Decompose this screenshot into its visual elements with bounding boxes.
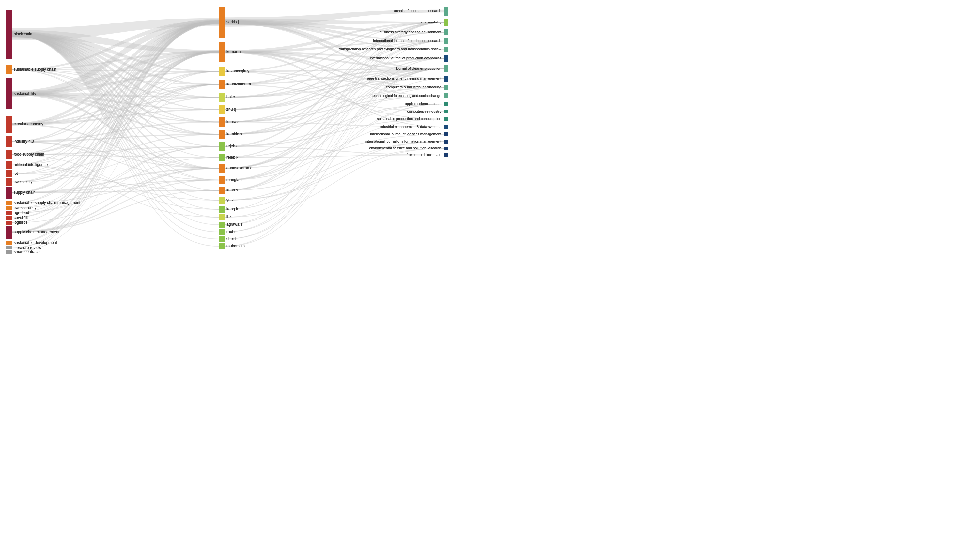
- svg-text:li z: li z: [226, 215, 231, 219]
- svg-text:kumar a: kumar a: [226, 49, 241, 54]
- svg-rect-143: [219, 154, 224, 161]
- svg-text:blockchain: blockchain: [14, 32, 32, 36]
- svg-text:frontiers in blockchain: frontiers in blockchain: [407, 153, 441, 157]
- svg-text:bai c: bai c: [226, 95, 235, 99]
- svg-text:environmental science and poll: environmental science and pollution rese…: [369, 146, 441, 150]
- svg-text:sarkis j: sarkis j: [226, 19, 239, 24]
- svg-text:industrial management & data s: industrial management & data systems: [379, 125, 441, 128]
- svg-rect-138: [219, 93, 224, 102]
- svg-text:kazancoglu y: kazancoglu y: [226, 69, 249, 73]
- svg-rect-152: [219, 236, 224, 242]
- svg-text:rejeb k: rejeb k: [226, 155, 239, 160]
- svg-rect-150: [219, 222, 224, 228]
- svg-text:yu z: yu z: [226, 198, 234, 202]
- svg-text:mangla s: mangla s: [226, 178, 242, 182]
- svg-rect-135: [219, 42, 224, 62]
- svg-rect-121: [6, 162, 12, 169]
- svg-text:traceability: traceability: [14, 179, 32, 184]
- svg-text:international journal of infor: international journal of information man…: [365, 139, 441, 143]
- svg-text:journal of cleaner production: journal of cleaner production: [396, 67, 441, 70]
- svg-rect-118: [6, 116, 12, 133]
- svg-text:zhu q: zhu q: [226, 107, 236, 111]
- svg-rect-117: [6, 78, 12, 109]
- svg-rect-142: [219, 142, 224, 151]
- svg-text:mubarik m: mubarik m: [226, 244, 245, 248]
- svg-rect-160: [444, 65, 449, 72]
- svg-rect-164: [444, 102, 449, 106]
- svg-text:supply chain: supply chain: [14, 190, 36, 195]
- svg-rect-158: [444, 47, 449, 52]
- svg-rect-171: [444, 153, 449, 157]
- svg-rect-166: [444, 117, 449, 121]
- svg-text:computers in industry: computers in industry: [407, 109, 441, 113]
- svg-text:agri-food: agri-food: [14, 210, 29, 215]
- svg-text:iot: iot: [14, 171, 18, 176]
- svg-text:kang k: kang k: [226, 207, 238, 211]
- svg-rect-144: [219, 164, 224, 173]
- svg-text:annals of operations research: annals of operations research: [394, 9, 441, 13]
- svg-text:sustainable development: sustainable development: [14, 240, 57, 245]
- svg-rect-130: [6, 226, 12, 239]
- svg-text:gunasekaran a: gunasekaran a: [226, 166, 253, 170]
- svg-text:kamble s: kamble s: [226, 132, 242, 136]
- svg-rect-153: [219, 243, 224, 249]
- svg-rect-148: [219, 206, 224, 213]
- svg-text:industry 4.0: industry 4.0: [14, 139, 34, 143]
- svg-text:logistics: logistics: [14, 220, 28, 225]
- svg-rect-131: [6, 241, 12, 245]
- sankey-container: blockchainsustainable supply chainsustai…: [0, 0, 490, 272]
- svg-rect-161: [444, 76, 449, 81]
- svg-rect-145: [219, 176, 224, 184]
- svg-rect-123: [6, 178, 12, 186]
- svg-text:sustainable production and con: sustainable production and consumption: [377, 117, 441, 121]
- svg-text:transparency: transparency: [14, 205, 36, 210]
- svg-text:international journal of logis: international journal of logistics manag…: [370, 132, 441, 136]
- svg-text:sustainability: sustainability: [14, 91, 36, 96]
- svg-text:international journal of produ: international journal of production econ…: [370, 56, 442, 60]
- svg-rect-115: [6, 10, 12, 59]
- svg-text:applied sciences-basel: applied sciences-basel: [405, 102, 441, 106]
- svg-text:smart contracts: smart contracts: [14, 249, 40, 254]
- svg-rect-169: [444, 140, 449, 143]
- svg-text:kouhizadeh m: kouhizadeh m: [226, 82, 251, 86]
- svg-rect-140: [219, 117, 224, 127]
- svg-rect-127: [6, 211, 12, 215]
- svg-text:transportation research part e: transportation research part e-logistics…: [339, 47, 441, 51]
- svg-rect-122: [6, 170, 12, 178]
- svg-rect-162: [444, 85, 449, 90]
- svg-rect-132: [6, 246, 12, 249]
- svg-rect-128: [6, 216, 12, 220]
- svg-text:computers & industrial enginee: computers & industrial engineering: [386, 85, 441, 89]
- svg-rect-120: [6, 150, 12, 159]
- svg-rect-139: [219, 105, 224, 114]
- svg-rect-137: [219, 79, 224, 89]
- svg-rect-126: [6, 206, 12, 210]
- svg-rect-147: [219, 197, 224, 204]
- svg-rect-133: [6, 251, 12, 254]
- svg-rect-159: [444, 55, 449, 62]
- svg-rect-134: [219, 6, 224, 38]
- svg-text:sustainable supply chain manag: sustainable supply chain management: [14, 200, 81, 205]
- svg-rect-141: [219, 130, 224, 139]
- svg-rect-170: [444, 147, 449, 150]
- svg-text:sustainable supply chain: sustainable supply chain: [14, 67, 56, 72]
- svg-text:rejeb a: rejeb a: [226, 144, 239, 148]
- svg-rect-136: [219, 67, 224, 76]
- svg-rect-165: [444, 109, 449, 114]
- svg-text:food supply chain: food supply chain: [14, 152, 44, 157]
- svg-rect-156: [444, 29, 449, 35]
- svg-rect-149: [219, 214, 224, 220]
- svg-rect-155: [444, 19, 449, 26]
- svg-text:agrawal r: agrawal r: [226, 222, 242, 227]
- svg-rect-124: [6, 187, 12, 199]
- svg-text:supply chain management: supply chain management: [14, 230, 60, 234]
- svg-text:international journal of produ: international journal of production rese…: [373, 39, 441, 43]
- sankey-chart: blockchainsustainable supply chainsustai…: [0, 0, 490, 272]
- svg-text:covid-19: covid-19: [14, 215, 29, 220]
- svg-rect-157: [444, 38, 449, 44]
- svg-rect-116: [6, 65, 12, 75]
- svg-text:artificial intelligence: artificial intelligence: [14, 162, 48, 167]
- svg-text:business strategy and the envi: business strategy and the environment: [380, 30, 441, 34]
- svg-rect-163: [444, 93, 449, 98]
- svg-text:circular economy: circular economy: [14, 122, 43, 126]
